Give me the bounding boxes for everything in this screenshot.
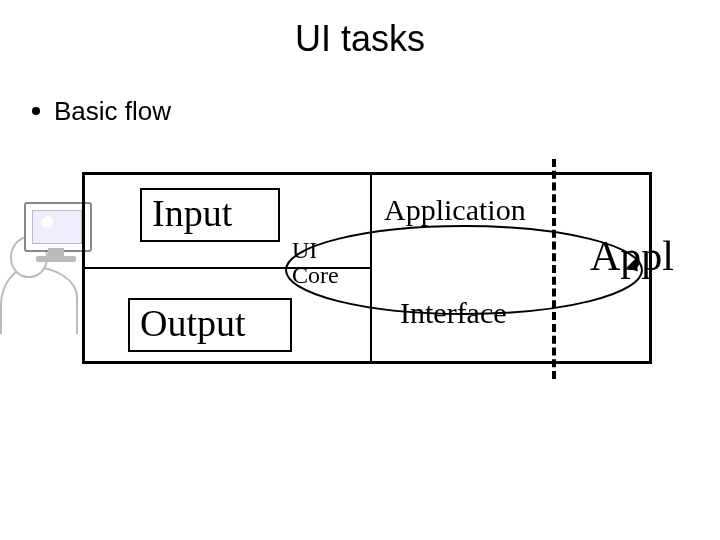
output-box: Output xyxy=(128,298,292,352)
bullet-text: Basic flow xyxy=(54,96,171,126)
interface-label: Interface xyxy=(400,296,507,330)
ui-core-line2: Core xyxy=(292,263,339,288)
input-box: Input xyxy=(140,188,280,242)
appl-label: Appl xyxy=(590,232,674,280)
internal-separator-line xyxy=(370,172,372,364)
ui-core-line1: UI xyxy=(292,238,339,263)
bullet-row: Basic flow xyxy=(32,96,171,127)
ui-core-label: UI Core xyxy=(292,238,339,288)
bullet-dot-icon xyxy=(32,107,40,115)
slide-title: UI tasks xyxy=(0,18,720,60)
application-label: Application xyxy=(384,193,526,227)
slide: UI tasks Basic flow Input Output UI Core… xyxy=(0,0,720,540)
app-boundary-dashed-line xyxy=(552,159,556,379)
